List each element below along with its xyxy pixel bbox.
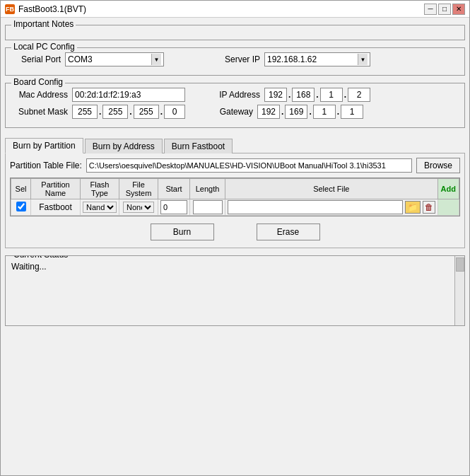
- ip-octet1[interactable]: [264, 88, 287, 102]
- minimize-button[interactable]: ─: [424, 4, 437, 15]
- flash-type-select[interactable]: Nand Nor eMMC: [83, 202, 117, 213]
- ip-octet4[interactable]: [348, 88, 370, 102]
- status-label: Current Status: [11, 255, 70, 260]
- main-window: FB FastBoot3.1(BVT) ─ □ ✕ Important Note…: [0, 0, 470, 476]
- close-button[interactable]: ✕: [452, 4, 465, 15]
- status-text: Waiting...: [11, 262, 459, 272]
- important-notes-label: Important Notes: [11, 19, 76, 29]
- col-flash-type: FlashType: [81, 179, 119, 199]
- file-system-select[interactable]: None JFFS2 YAFFS2: [123, 202, 154, 213]
- col-sel: Sel: [11, 179, 31, 199]
- action-buttons: Burn Erase: [10, 221, 460, 243]
- status-scrollbar[interactable]: [454, 256, 464, 325]
- serial-port-dropdown-arrow[interactable]: ▼: [151, 54, 161, 65]
- tabs-container: Burn by Partition Burn by Address Burn F…: [5, 135, 465, 248]
- subnet-octet2[interactable]: [102, 105, 128, 119]
- folder-button[interactable]: 📁: [405, 201, 421, 214]
- ip-address-group: . . .: [264, 88, 370, 102]
- ip-octet2[interactable]: [292, 88, 315, 102]
- tabs-bar: Burn by Partition Burn by Address Burn F…: [5, 138, 465, 153]
- ip-address-label: IP Address: [204, 90, 260, 100]
- gateway-octet1[interactable]: [257, 105, 280, 119]
- server-ip-combo[interactable]: 192.168.1.62 ▼: [264, 52, 370, 66]
- server-ip-dropdown-arrow[interactable]: ▼: [358, 54, 368, 65]
- erase-button[interactable]: Erase: [257, 224, 320, 240]
- subnet-octet1[interactable]: [72, 105, 98, 119]
- subnet-mask-label: Subnet Mask: [11, 107, 68, 117]
- gateway-group: . . .: [257, 105, 363, 119]
- partition-table: Sel PartitionName FlashType FileSystem S…: [10, 178, 460, 216]
- board-config-group: Board Config Mac Address IP Address . . …: [5, 83, 465, 128]
- current-status-group: Current Status Waiting...: [5, 255, 465, 326]
- tab-burn-fastboot[interactable]: Burn Fastboot: [164, 139, 233, 153]
- gateway-octet2[interactable]: [285, 105, 307, 119]
- window-title: FastBoot3.1(BVT): [18, 4, 86, 14]
- serial-port-label: Serial Port: [11, 54, 61, 64]
- important-notes-group: Important Notes: [5, 25, 465, 40]
- partition-file-label: Partition Table File:: [10, 161, 82, 170]
- col-add: Add: [437, 179, 459, 199]
- server-ip-label: Server IP: [211, 54, 260, 64]
- row-checkbox[interactable]: [16, 202, 26, 211]
- mac-address-input[interactable]: [72, 88, 185, 102]
- maximize-button[interactable]: □: [438, 4, 451, 15]
- select-file-input[interactable]: [228, 200, 403, 214]
- serial-port-combo[interactable]: COM3 ▼: [65, 52, 164, 66]
- tab-burn-by-partition[interactable]: Burn by Partition: [5, 138, 83, 153]
- app-icon: FB: [5, 4, 15, 14]
- scrollbar-thumb[interactable]: [456, 257, 464, 272]
- delete-button[interactable]: 🗑: [423, 201, 435, 214]
- col-file-system: FileSystem: [119, 179, 158, 199]
- browse-button[interactable]: Browse: [416, 158, 460, 173]
- partition-name-cell: Fastboot: [31, 199, 81, 216]
- partition-data-table: Sel PartitionName FlashType FileSystem S…: [11, 178, 459, 216]
- title-controls: ─ □ ✕: [424, 4, 465, 15]
- col-select-file: Select File: [225, 179, 438, 199]
- burn-button[interactable]: Burn: [151, 224, 214, 240]
- gateway-octet3[interactable]: [313, 105, 336, 119]
- local-pc-config-group: Local PC Config Serial Port COM3 ▼ Serve…: [5, 47, 465, 76]
- subnet-mask-group: . . .: [72, 105, 185, 119]
- start-input[interactable]: [160, 200, 187, 214]
- tab-burn-by-address[interactable]: Burn by Address: [85, 139, 163, 153]
- partition-file-path[interactable]: [86, 158, 412, 173]
- local-pc-config-label: Local PC Config: [11, 42, 77, 52]
- tab-content: Partition Table File: Browse Sel Partiti…: [5, 153, 465, 248]
- subnet-octet3[interactable]: [134, 105, 159, 119]
- length-input[interactable]: [193, 200, 223, 214]
- table-row: Fastboot Nand Nor eMMC: [11, 199, 459, 216]
- title-bar: FB FastBoot3.1(BVT) ─ □ ✕: [1, 1, 469, 18]
- partition-file-row: Partition Table File: Browse: [10, 158, 460, 173]
- ip-octet3[interactable]: [320, 88, 343, 102]
- main-content: Important Notes Local PC Config Serial P…: [1, 18, 469, 475]
- mac-address-label: Mac Address: [11, 90, 68, 100]
- col-length: Length: [190, 179, 225, 199]
- col-start: Start: [158, 179, 190, 199]
- gateway-octet4[interactable]: [341, 105, 363, 119]
- gateway-label: Gateway: [211, 107, 253, 117]
- board-config-label: Board Config: [11, 77, 65, 87]
- subnet-octet4[interactable]: [164, 105, 185, 119]
- col-partition-name: PartitionName: [31, 179, 81, 199]
